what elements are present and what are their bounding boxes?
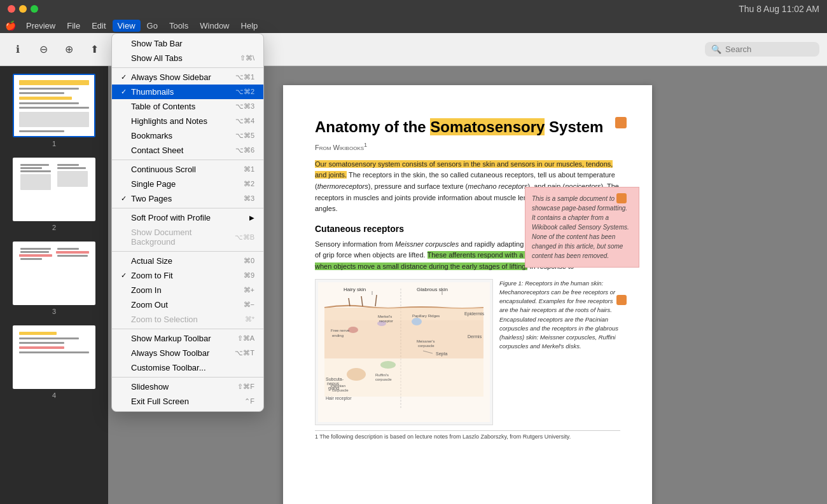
menu-view[interactable]: View: [113, 20, 141, 32]
svg-point-14: [348, 327, 358, 333]
shortcut-zoom-to-fit: ⌘9: [244, 271, 254, 280]
zoom-out-button[interactable]: ⊖: [33, 39, 53, 60]
menu-item-zoom-to-selection: Zoom to Selection ⌘*: [112, 312, 263, 327]
apple-menu[interactable]: 🍎: [5, 20, 16, 31]
clock-display: Thu 8 Aug 11:02 AM: [739, 4, 819, 14]
menu-edit[interactable]: Edit: [87, 20, 111, 32]
label-continuous-scroll: Continuous Scroll: [131, 165, 244, 174]
figure-area: Hairy skin Glabrous skin: [315, 279, 620, 425]
svg-text:Merkel's: Merkel's: [378, 315, 392, 318]
menu-item-single-page[interactable]: Single Page ⌘2: [112, 177, 263, 191]
svg-point-24: [380, 361, 396, 369]
shortcut-two-pages: ⌘3: [244, 194, 254, 203]
menu-item-two-pages[interactable]: ✓ Two Pages ⌘3: [112, 191, 263, 206]
menu-tools[interactable]: Tools: [164, 20, 193, 32]
search-bar[interactable]: 🔍: [705, 42, 819, 57]
dropdown-panel: Show Tab Bar Show All Tabs ⇧⌘\ ✓ Always …: [111, 33, 264, 412]
menu-help[interactable]: Help: [236, 20, 263, 32]
annotation-marker-1: [615, 117, 627, 128]
thumb-image-4: [13, 325, 95, 389]
svg-text:Subcuta-: Subcuta-: [326, 377, 344, 381]
menu-item-customise-toolbar[interactable]: Customise Toolbar...: [112, 360, 263, 375]
shortcut-thumbnails: ⌥⌘2: [235, 88, 254, 96]
menu-preview[interactable]: Preview: [21, 20, 60, 32]
label-zoom-out: Zoom Out: [131, 300, 244, 310]
svg-text:corpuscle: corpuscle: [375, 378, 392, 381]
close-button[interactable]: [8, 5, 15, 13]
menu-item-zoom-to-fit[interactable]: ✓ Zoom to Fit ⌘9: [112, 268, 263, 283]
label-toc: Table of Contents: [131, 102, 235, 111]
divider-6: [112, 377, 263, 378]
menu-item-continuous-scroll[interactable]: Continuous Scroll ⌘1: [112, 162, 263, 177]
minimize-button[interactable]: [19, 5, 27, 13]
menu-go[interactable]: Go: [142, 20, 163, 32]
svg-text:receptor: receptor: [379, 319, 393, 323]
search-input[interactable]: [725, 44, 813, 54]
menu-file[interactable]: File: [62, 20, 85, 32]
menu-item-exit-full-screen[interactable]: Exit Full Screen ⌃F: [112, 394, 263, 409]
svg-text:ending: ending: [332, 334, 344, 337]
pdf-from: From Wikibooks1: [315, 142, 620, 151]
menu-item-show-doc-bg: Show Document Background ⌥⌘B: [112, 225, 263, 249]
menu-item-actual-size[interactable]: Actual Size ⌘0: [112, 254, 263, 268]
menu-item-zoom-out[interactable]: Zoom Out ⌘−: [112, 297, 263, 312]
menu-item-show-markup-toolbar[interactable]: Show Markup Toolbar ⇧⌘A: [112, 331, 263, 346]
system-icons: Thu 8 Aug 11:02 AM: [739, 4, 819, 14]
thumbnail-4[interactable]: 4: [3, 323, 106, 402]
divider-2: [112, 160, 263, 160]
label-single-page: Single Page: [131, 179, 244, 189]
svg-text:Dermis: Dermis: [468, 334, 482, 339]
divider-5: [112, 329, 263, 329]
menu-item-always-show-toolbar[interactable]: Always Show Toolbar ⌥⌘T: [112, 346, 263, 360]
annotation-marker-2: [616, 193, 627, 203]
view-menu-dropdown: Show Tab Bar Show All Tabs ⇧⌘\ ✓ Always …: [111, 33, 264, 412]
figure-caption: Figure 1: Receptors in the human skin: M…: [499, 279, 620, 425]
menu-item-soft-proof[interactable]: Soft Proof with Profile ▶: [112, 210, 263, 225]
menu-item-slideshow[interactable]: Slideshow ⇧⌘F: [112, 379, 263, 394]
thumb-image-1: [13, 74, 95, 137]
share-button[interactable]: ⬆: [84, 39, 104, 60]
menubar: 🍎 Preview File Edit View Go Tools Window…: [0, 18, 827, 33]
title-part2: System: [545, 118, 603, 135]
shortcut-continuous-scroll: ⌘1: [244, 165, 254, 174]
footnote: 1 The following description is based on …: [315, 430, 620, 440]
menu-item-zoom-in[interactable]: Zoom In ⌘+: [112, 283, 263, 297]
thumbnail-2[interactable]: 2: [3, 155, 106, 234]
arrow-soft-proof: ▶: [249, 214, 254, 221]
thumb-image-3: [13, 242, 95, 305]
thumbnail-1[interactable]: 1: [3, 71, 106, 150]
menu-item-highlights-and-notes[interactable]: Highlights and Notes ⌥⌘4: [112, 114, 263, 128]
anatomy-diagram: Hairy skin Glabrous skin: [318, 282, 490, 422]
shortcut-contact-sheet: ⌥⌘6: [235, 146, 254, 154]
fullscreen-button[interactable]: [31, 5, 38, 13]
shortcut-show-all-tabs: ⇧⌘\: [240, 54, 254, 62]
menu-item-show-tab-bar[interactable]: Show Tab Bar: [112, 36, 263, 51]
annotation-marker-3: [616, 295, 627, 305]
shortcut-slideshow: ⇧⌘F: [237, 383, 254, 391]
menu-item-table-of-contents[interactable]: Table of Contents ⌥⌘3: [112, 99, 263, 114]
thumbnail-3[interactable]: 3: [3, 239, 106, 318]
label-soft-proof: Soft Proof with Profile: [131, 213, 247, 222]
label-markup-toolbar: Show Markup Toolbar: [131, 334, 237, 343]
svg-point-21: [347, 368, 366, 381]
para1-highlighted: Our somatosensory system consists of sen…: [315, 160, 613, 179]
menu-item-bookmarks[interactable]: Bookmarks ⌥⌘5: [112, 128, 263, 143]
menu-item-thumbnails[interactable]: ✓ Thumbnails ⌥⌘2: [112, 85, 263, 99]
thumb-image-2: [13, 158, 95, 221]
shortcut-actual-size: ⌘0: [244, 257, 254, 265]
menu-item-contact-sheet[interactable]: Contact Sheet ⌥⌘6: [112, 143, 263, 158]
menu-item-show-all-tabs[interactable]: Show All Tabs ⇧⌘\: [112, 51, 263, 65]
shortcut-always-show-sidebar: ⌥⌘1: [235, 73, 254, 81]
menu-window[interactable]: Window: [195, 20, 234, 32]
menu-item-always-show-sidebar[interactable]: ✓ Always Show Sidebar ⌥⌘1: [112, 70, 263, 85]
shortcut-toc: ⌥⌘3: [235, 102, 254, 111]
info-button[interactable]: ℹ: [8, 39, 28, 60]
label-exit-full-screen: Exit Full Screen: [131, 397, 244, 406]
shortcut-show-doc-bg: ⌥⌘B: [235, 233, 254, 242]
label-show-doc-bg: Show Document Background: [131, 228, 235, 247]
svg-text:Septa: Septa: [436, 351, 447, 357]
label-always-toolbar: Always Show Toolbar: [131, 348, 235, 358]
title-highlighted: Somatosensory: [430, 118, 545, 135]
zoom-in-button[interactable]: ⊕: [59, 39, 79, 60]
shortcut-always-toolbar: ⌥⌘T: [235, 349, 254, 357]
